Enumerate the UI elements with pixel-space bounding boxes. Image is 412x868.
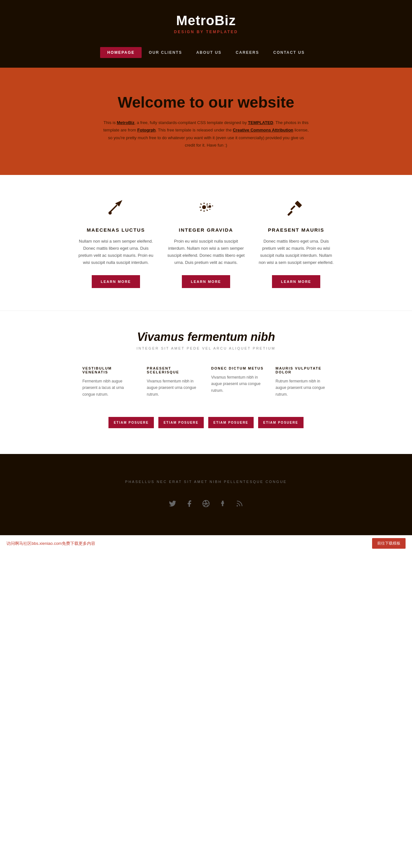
twitter-icon[interactable] xyxy=(169,500,176,509)
section2-col-2-title: PRAESENT SCELERISQUE xyxy=(147,366,201,374)
feature-1-text: Nullam non wisi a sem semper eleifend. D… xyxy=(77,238,154,266)
etiam-btn-1[interactable]: ETIAM POSUERE xyxy=(108,417,154,428)
site-footer: PHASELLUS NEC ERAT SIT AMET NIBH PELLENT… xyxy=(0,454,412,535)
download-bar: 访问啊马社区bbs.xieniao.com免费下载更多内容 前往下载模板 xyxy=(0,535,412,551)
section2-col-3-title: DONEC DICTUM METUS xyxy=(211,366,265,370)
tumblr-icon[interactable] xyxy=(219,500,227,509)
feature-2-title: INTEGER GRAVIDA xyxy=(167,227,245,232)
dribbble-icon[interactable] xyxy=(202,500,210,509)
section2-cols: VESTIBULUM VENENATIS Fermentum nibh augu… xyxy=(13,366,399,404)
hero-title: Welcome to our website xyxy=(6,93,406,111)
feature-2-learn-btn[interactable]: LEARN MORE xyxy=(182,275,230,288)
site-title: MetroBiz xyxy=(6,13,406,28)
section2-col-1: VESTIBULUM VENENATIS Fermentum nibh augu… xyxy=(77,366,142,404)
hero-brand-link[interactable]: MetroBiz xyxy=(117,120,135,125)
nav-about-us[interactable]: ABOUT US xyxy=(189,47,229,58)
feature-3-learn-btn[interactable]: LEARN MORE xyxy=(272,275,320,288)
main-nav: HOMEPAGE OUR CLIENTS ABOUT US CAREERS CO… xyxy=(0,44,412,68)
download-bar-text: 访问啊马社区bbs.xieniao.com免费下载更多内容 xyxy=(6,541,372,547)
feature-3-title: PRAESENT MAURIS xyxy=(258,227,335,232)
hero-text: This is MetroBiz, a free, fully standard… xyxy=(103,119,309,149)
section2-col-1-title: VESTIBULUM VENENATIS xyxy=(82,366,136,374)
site-header: MetroBiz DESIGN BY TEMPLATED xyxy=(0,0,412,44)
hero-cc-link[interactable]: Creative Commons Attribution xyxy=(233,128,293,132)
features-section: MAECENAS LUCTUS Nullam non wisi a sem se… xyxy=(0,175,412,311)
hero-section: Welcome to our website This is MetroBiz,… xyxy=(0,68,412,175)
feature-col-3: PRAESENT MAURIS Donec mattis libero eget… xyxy=(258,197,335,288)
section2-col-2-text: Vivamus fermentum nibh in augue praesent… xyxy=(147,378,201,398)
hero-fotogrph-link[interactable]: Fotogrph xyxy=(137,128,156,132)
hero-templated-link[interactable]: TEMPLATED xyxy=(248,120,273,125)
nav-homepage[interactable]: HOMEPAGE xyxy=(100,47,142,58)
etiam-btn-2[interactable]: ETIAM POSUERE xyxy=(158,417,204,428)
facebook-icon[interactable] xyxy=(185,500,193,509)
subtitle-brand: TEMPLATED xyxy=(206,30,238,34)
feature-col-2: INTEGER GRAVIDA Proin eu wisi suscipit n… xyxy=(167,197,245,288)
nav-careers[interactable]: CAREERS xyxy=(229,47,266,58)
section2: Vivamus fermentum nibh INTEGER SIT AMET … xyxy=(0,311,412,454)
section2-col-2: PRAESENT SCELERISQUE Vivamus fermentum n… xyxy=(142,366,206,404)
subtitle-prefix: DESIGN BY xyxy=(174,30,204,34)
nav-our-clients[interactable]: OUR CLIENTS xyxy=(142,47,189,58)
wrench-icon xyxy=(77,197,154,221)
feature-col-1: MAECENAS LUCTUS Nullam non wisi a sem se… xyxy=(77,197,154,288)
feature-1-title: MAECENAS LUCTUS xyxy=(77,227,154,232)
svg-rect-4 xyxy=(287,210,293,216)
section2-col-3-text: Vivamus fermentum nibh in augue praesent… xyxy=(211,374,265,394)
feature-2-text: Proin eu wisi suscipit nulla suscipit in… xyxy=(167,238,245,266)
svg-point-2 xyxy=(209,205,211,208)
section2-subtitle: INTEGER SIT AMET PEDE VEL ARCU ALIQUET P… xyxy=(13,346,399,350)
footer-tagline: PHASELLUS NEC ERAT SIT AMET NIBH PELLENT… xyxy=(6,480,406,484)
section2-buttons: ETIAM POSUERE ETIAM POSUERE ETIAM POSUER… xyxy=(13,417,399,428)
section2-col-3: DONEC DICTUM METUS Vivamus fermentum nib… xyxy=(206,366,270,404)
feature-1-learn-btn[interactable]: LEARN MORE xyxy=(92,275,140,288)
section2-col-4: MAURIS VULPUTATE DOLOR Rutrum fermentum … xyxy=(270,366,335,404)
svg-point-0 xyxy=(108,211,112,215)
social-icons xyxy=(6,500,406,509)
nav-contact-us[interactable]: CONTACT US xyxy=(266,47,312,58)
section2-col-4-text: Rutrum fermentum nibh in augue praesent … xyxy=(276,378,330,398)
section2-col-4-title: MAURIS VULPUTATE DOLOR xyxy=(276,366,330,374)
svg-line-5 xyxy=(291,206,295,210)
section2-title: Vivamus fermentum nibh xyxy=(13,330,399,344)
etiam-btn-3[interactable]: ETIAM POSUERE xyxy=(208,417,254,428)
section2-col-1-text: Fermentum nibh augue praesent a lacus at… xyxy=(82,378,136,398)
download-button[interactable]: 前往下载模板 xyxy=(372,538,406,549)
svg-point-7 xyxy=(237,505,238,506)
svg-rect-3 xyxy=(295,200,302,208)
svg-point-1 xyxy=(202,205,206,209)
etiam-btn-4[interactable]: ETIAM POSUERE xyxy=(258,417,304,428)
site-subtitle: DESIGN BY TEMPLATED xyxy=(6,30,406,34)
gavel-icon xyxy=(258,197,335,221)
gear-icon xyxy=(167,197,245,221)
rss-icon[interactable] xyxy=(236,500,243,509)
feature-3-text: Donec mattis libero eget urna. Duis pret… xyxy=(258,238,335,266)
